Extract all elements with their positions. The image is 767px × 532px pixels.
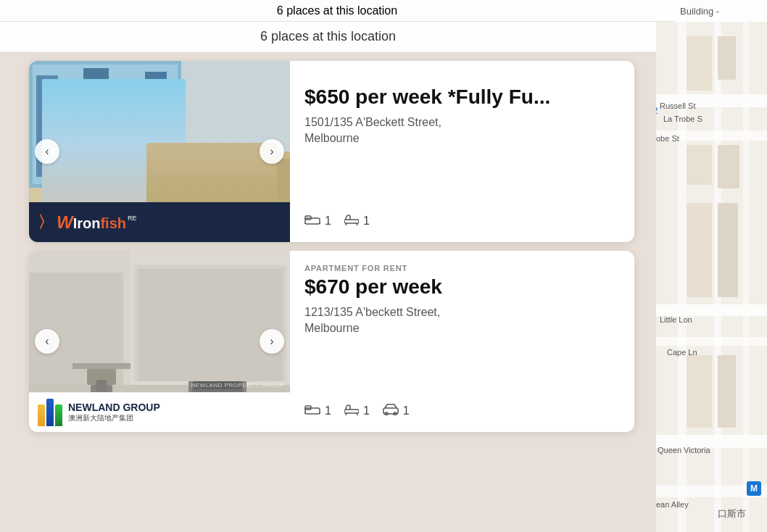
listing-address-1: 1501/135 A'Beckett Street, Melbourne bbox=[304, 115, 620, 147]
svg-rect-25 bbox=[145, 72, 167, 177]
svg-rect-31 bbox=[51, 191, 80, 202]
listing-price-1: $650 per week *Fully Fu... bbox=[304, 86, 620, 109]
street-label-obe: obe St bbox=[656, 134, 679, 143]
svg-line-37 bbox=[346, 223, 347, 225]
svg-rect-23 bbox=[83, 68, 109, 177]
svg-rect-3 bbox=[656, 304, 767, 316]
bed-icon-2 bbox=[304, 403, 320, 418]
street-label-chinese: 口斯市 bbox=[718, 507, 746, 520]
ironfish-logo-text: W Ironfish RE bbox=[57, 212, 137, 233]
svg-rect-12 bbox=[687, 145, 712, 185]
svg-rect-24 bbox=[112, 83, 141, 177]
newland-text: NEWLAND GROUP 澳洲新大陆地产集团 bbox=[68, 402, 160, 423]
top-bar: 6 places at this location bbox=[0, 0, 674, 22]
prev-image-btn-1[interactable]: ‹ bbox=[35, 139, 59, 164]
bath-icon-1 bbox=[344, 212, 359, 229]
newland-branding: NEWLAND GROUP 澳洲新大陆地产集团 bbox=[38, 399, 160, 426]
listing-image-container-1: 〉 W Ironfish RE ‹ › bbox=[29, 61, 290, 242]
svg-rect-4 bbox=[656, 337, 767, 346]
svg-rect-54 bbox=[305, 408, 320, 414]
svg-line-38 bbox=[357, 223, 357, 225]
bed-icon-1 bbox=[304, 213, 320, 228]
next-image-btn-2[interactable]: › bbox=[260, 329, 284, 354]
svg-rect-44 bbox=[72, 363, 130, 369]
listing-info-2: APARTMENT FOR RENT $670 per week 1213/13… bbox=[290, 251, 634, 432]
map-background: Russell St La Trobe S obe St Little Lon … bbox=[656, 0, 767, 532]
bedroom-count-1: 1 bbox=[325, 215, 331, 228]
svg-rect-16 bbox=[687, 355, 712, 428]
listing-price-2: $670 per week bbox=[304, 275, 620, 299]
listings-panel[interactable]: 6 places at this location bbox=[0, 0, 656, 532]
listing-image-container-2: NEWLAND PROPERTY GROUP NEWLAND GROUP 澳洲新… bbox=[29, 251, 290, 432]
bedroom-feature-2: 1 bbox=[304, 403, 331, 418]
listing-card-2[interactable]: NEWLAND PROPERTY GROUP NEWLAND GROUP 澳洲新… bbox=[29, 251, 634, 432]
ironfish-icon: 〉 bbox=[38, 212, 54, 233]
prev-image-btn-2[interactable]: ‹ bbox=[35, 329, 59, 354]
listing-address-2: 1213/135 A'beckett Street, Melbourne bbox=[304, 304, 620, 337]
street-label-littlelon: Little Lon bbox=[660, 315, 692, 324]
newland-name: NEWLAND GROUP bbox=[68, 402, 160, 413]
car-icon-2 bbox=[383, 402, 399, 419]
svg-rect-20 bbox=[33, 65, 178, 184]
svg-rect-15 bbox=[718, 203, 738, 297]
svg-rect-22 bbox=[62, 90, 80, 177]
listing-info-1: PLACEHOLDER $650 per week *Fully Fu... 1… bbox=[290, 61, 634, 242]
ironfish-branding: 〉 W Ironfish RE bbox=[38, 212, 137, 233]
svg-rect-13 bbox=[718, 145, 739, 188]
transit-icon: M bbox=[747, 481, 761, 496]
street-label-queenvictoria: Queen Victoria bbox=[658, 446, 710, 454]
newland-towers-icon bbox=[38, 399, 62, 426]
agent-logo-newland: NEWLAND GROUP 澳洲新大陆地产集团 bbox=[29, 392, 290, 432]
bathroom-count-1: 1 bbox=[363, 215, 370, 228]
bathroom-feature-1: 1 bbox=[344, 212, 370, 229]
bath-icon-2 bbox=[344, 402, 359, 419]
svg-rect-36 bbox=[344, 220, 359, 223]
bathroom-feature-2: 1 bbox=[344, 402, 370, 419]
svg-line-60 bbox=[357, 413, 357, 415]
svg-rect-9 bbox=[743, 0, 749, 532]
parking-feature-2: 1 bbox=[383, 402, 410, 419]
bedroom-count-2: 1 bbox=[325, 404, 331, 417]
svg-rect-14 bbox=[687, 203, 712, 297]
svg-rect-19 bbox=[29, 61, 181, 188]
street-label-russell: Russell St bbox=[660, 101, 696, 110]
listing-type-2: APARTMENT FOR RENT bbox=[304, 264, 620, 273]
image-watermark-2: NEWLAND PROPERTY GROUP bbox=[191, 382, 284, 388]
tower-1 bbox=[38, 404, 45, 426]
listing-features-1: 1 1 bbox=[304, 212, 620, 229]
svg-rect-58 bbox=[344, 410, 359, 413]
building-label: Building - bbox=[674, 0, 767, 22]
location-count-bar: 6 places at this location bbox=[0, 22, 656, 52]
newland-chinese: 澳洲新大陆地产集团 bbox=[68, 413, 160, 423]
svg-rect-53 bbox=[138, 269, 283, 381]
agent-logo-ironfish: 〉 W Ironfish RE bbox=[29, 202, 290, 242]
bedroom-feature-1: 1 bbox=[304, 213, 331, 228]
svg-rect-32 bbox=[305, 218, 320, 224]
street-label-capeln: Cape Ln bbox=[667, 348, 697, 357]
svg-rect-10 bbox=[687, 36, 712, 91]
location-count: 6 places at this location bbox=[277, 4, 397, 17]
listing-card-1[interactable]: 〉 W Ironfish RE ‹ › PLACEHOLDER $650 per… bbox=[29, 61, 634, 242]
svg-rect-17 bbox=[718, 355, 736, 428]
tower-2 bbox=[46, 399, 54, 426]
street-label-latrobe: La Trobe S bbox=[663, 115, 702, 123]
next-image-btn-1[interactable]: › bbox=[260, 139, 284, 164]
parking-count-2: 1 bbox=[403, 404, 410, 417]
svg-rect-11 bbox=[718, 36, 736, 80]
svg-line-59 bbox=[346, 413, 347, 415]
listing-features-2: 1 1 1 bbox=[304, 402, 620, 419]
svg-rect-29 bbox=[207, 157, 236, 175]
street-label-leanalley: ean Alley bbox=[656, 500, 689, 509]
map-number: 2 bbox=[656, 105, 658, 116]
bathroom-count-2: 1 bbox=[363, 404, 370, 417]
tower-3 bbox=[55, 404, 62, 426]
